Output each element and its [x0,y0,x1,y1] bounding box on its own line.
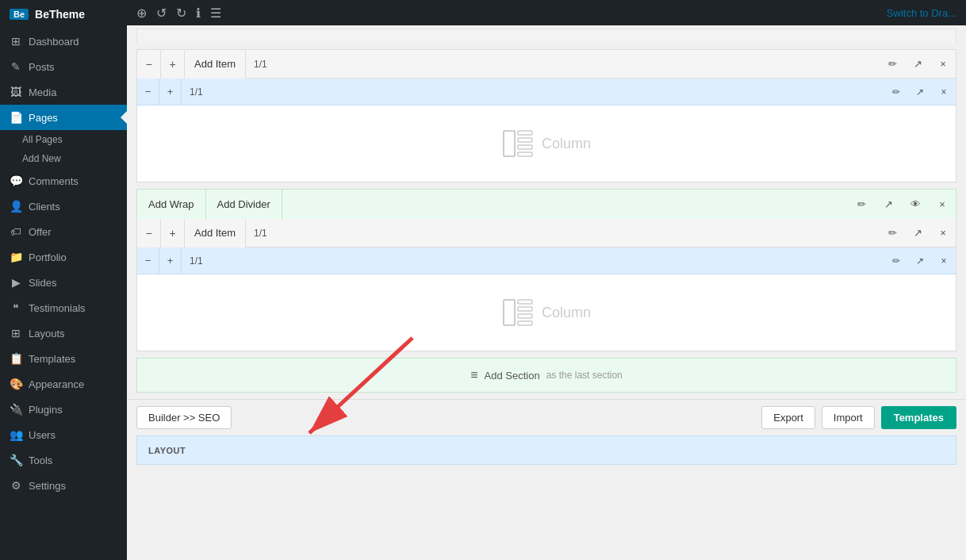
sidebar-item-templates[interactable]: 📋 Templates [0,346,127,371]
section1-col-edit[interactable]: ✏ [884,79,908,105]
svg-rect-1 [518,131,532,135]
sidebar-item-label: Portfolio [29,251,67,263]
menu-icon[interactable]: ☰ [210,6,221,21]
section1-share-btn[interactable]: ↗ [905,50,930,79]
layout-section: LAYOUT [136,435,956,465]
sidebar-item-posts[interactable]: ✎ Posts [0,54,127,79]
svg-rect-0 [504,131,515,156]
section2-col-actions: ✏ ↗ × [884,247,956,274]
section1-fraction: 1/1 [246,59,275,70]
sidebar-item-users[interactable]: 👥 Users [0,422,127,447]
section2-add-divider-btn[interactable]: Add Divider [206,190,282,220]
section1-col-placeholder: Column [137,105,956,182]
section1-col-plus[interactable]: + [159,79,182,105]
section2-share-btn[interactable]: ↗ [875,190,902,220]
sidebar-logo: Be BeTheme [0,0,127,29]
redo-icon[interactable]: ↻ [176,6,186,21]
sidebar: Be BeTheme ⊞ Dashboard ✎ Posts 🖼 Media 📄… [0,0,127,560]
sidebar-item-plugins[interactable]: 🔌 Plugins [0,397,127,422]
templates-icon: 📋 [10,352,22,365]
sidebar-item-settings[interactable]: ⚙ Settings [0,473,127,498]
sidebar-sub-add-new[interactable]: Add New [0,149,127,168]
add-icon[interactable]: ⊕ [136,6,147,21]
sidebar-item-tools[interactable]: 🔧 Tools [0,447,127,473]
sidebar-item-pages[interactable]: 📄 Pages [0,105,127,130]
sidebar-item-label: Comments [29,175,79,187]
builder-seo-button[interactable]: Builder >> SEO [136,406,232,429]
templates-button[interactable]: Templates [881,406,956,429]
pages-icon: 📄 [10,111,22,124]
section2-content: − + Add Item 1/1 ✏ ↗ × − + 1/1 [136,219,956,351]
section2-close-btn[interactable]: × [929,190,956,220]
sidebar-item-appearance[interactable]: 🎨 Appearance [0,371,127,397]
sidebar-item-label: Tools [29,455,52,466]
sidebar-item-comments[interactable]: 💬 Comments [0,168,127,194]
import-button[interactable]: Import [822,406,875,429]
section2-col-edit[interactable]: ✏ [884,247,908,274]
svg-rect-2 [518,138,532,142]
section1-close-btn[interactable]: × [930,50,956,79]
section2-row-actions: ✏ ↗ × [880,219,956,247]
section2-add-item-btn[interactable]: Add Item [185,219,246,247]
sidebar-item-label: Settings [29,480,66,492]
section1-col-close[interactable]: × [932,79,956,105]
sidebar-item-label: Media [29,86,56,98]
section2-close-row-btn[interactable]: × [930,219,956,247]
add-section-label: Add Section [485,370,540,382]
section2-col-placeholder: Column [137,274,956,351]
section1-minus-btn[interactable]: − [137,50,161,79]
sidebar-item-label: Pages [29,112,58,124]
section2-add-wrap-btn[interactable]: Add Wrap [137,190,206,220]
section1-add-item-btn[interactable]: Add Item [185,50,246,79]
section2-green-header: Add Wrap Add Divider ✏ ↗ 👁 × [136,189,956,219]
section1-plus-btn[interactable]: + [161,50,185,79]
section1-col-fraction: 1/1 [182,86,211,98]
plugins-icon: 🔌 [10,403,22,416]
sidebar-item-dashboard[interactable]: ⊞ Dashboard [0,29,127,54]
sidebar-item-layouts[interactable]: ⊞ Layouts [0,320,127,346]
section1-edit-btn[interactable]: ✏ [880,50,905,79]
bottom-bar: Builder >> SEO Export Import Templates [127,399,966,435]
section2-col-row: − + 1/1 ✏ ↗ × [137,247,956,274]
section1-col-share[interactable]: ↗ [908,79,932,105]
section2-col-minus[interactable]: − [137,247,159,274]
section2-eye-btn[interactable]: 👁 [902,190,929,220]
section1-row-actions: ✏ ↗ × [880,50,956,79]
section1-col-minus[interactable]: − [137,79,159,105]
section2-col-close[interactable]: × [932,247,956,274]
undo-icon[interactable]: ↺ [156,6,167,21]
add-section-sublabel: as the last section [546,370,623,381]
add-section-bar[interactable]: ≡ Add Section as the last section [136,358,956,393]
svg-rect-3 [518,145,532,149]
sidebar-item-label: Plugins [29,404,63,416]
sidebar-item-media[interactable]: 🖼 Media [0,79,127,105]
sidebar-item-offer[interactable]: 🏷 Offer [0,219,127,244]
sidebar-item-label: Testimonials [29,302,86,314]
section2-minus-btn[interactable]: − [137,219,161,247]
sidebar-brand-name: BeTheme [35,8,85,21]
sidebar-item-clients[interactable]: 👤 Clients [0,194,127,219]
sidebar-item-slides[interactable]: ▶ Slides [0,270,127,295]
section2-share-row-btn[interactable]: ↗ [905,219,930,247]
section2-plus-btn[interactable]: + [161,219,185,247]
testimonials-icon: ❝ [10,301,22,314]
info-icon[interactable]: ℹ [196,6,201,21]
sidebar-item-testimonials[interactable]: ❝ Testimonials [0,295,127,320]
svg-rect-4 [518,152,532,156]
comments-icon: 💬 [10,175,22,187]
column-icon-2 [502,297,534,328]
export-button[interactable]: Export [761,406,815,429]
section2-edit-btn[interactable]: ✏ [848,190,875,220]
partial-section-top [136,29,956,43]
sidebar-item-portfolio[interactable]: 📁 Portfolio [0,244,127,270]
section2-col-plus[interactable]: + [159,247,182,274]
sidebar-sub-all-pages[interactable]: All Pages [0,130,127,149]
dashboard-icon: ⊞ [10,35,22,48]
section2-header-actions: ✏ ↗ 👁 × [848,190,956,220]
offer-icon: 🏷 [10,225,22,238]
add-section-icon: ≡ [470,368,477,382]
sidebar-item-label: Slides [29,277,56,289]
section2-edit-row-btn[interactable]: ✏ [880,219,905,247]
switch-to-draft-button[interactable]: Switch to Dra... [887,7,956,19]
section2-col-share[interactable]: ↗ [908,247,932,274]
